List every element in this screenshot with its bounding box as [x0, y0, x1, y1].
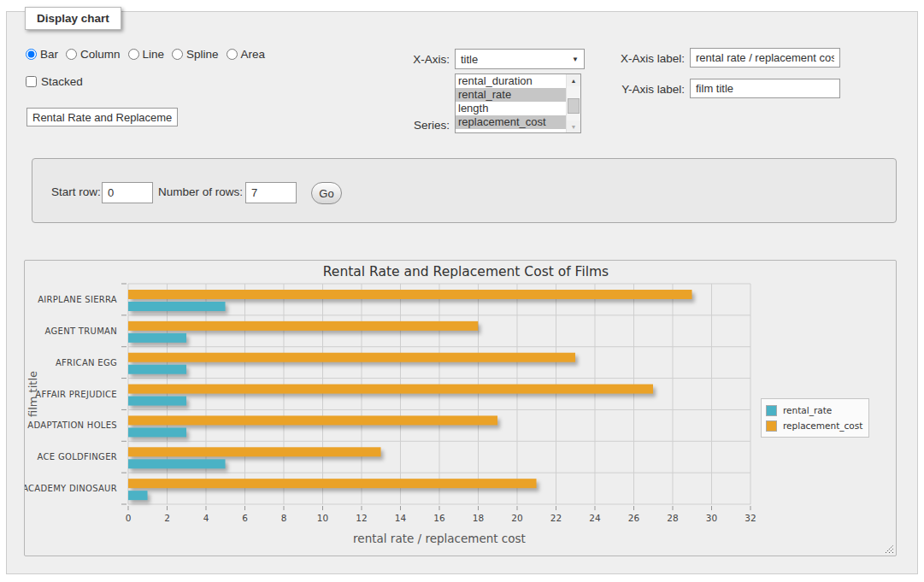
chart-type-label: Bar: [40, 48, 58, 61]
series-options: rental_durationrental_ratelengthreplacem…: [456, 74, 566, 132]
chart-category-label: AFFAIR PREJUDICE: [35, 390, 117, 399]
chart-type-radio-column[interactable]: [66, 49, 77, 60]
x-axis-select-value: title: [461, 53, 478, 66]
chart-category-label: ADAPTATION HOLES: [27, 420, 117, 430]
chart-category-label: ACE GOLDFINGER: [38, 452, 117, 461]
x-tick-label: 30: [706, 513, 717, 523]
series-listbox[interactable]: rental_durationrental_ratelengthreplacem…: [455, 73, 581, 133]
chart-legend: rental_ratereplacement_cost: [761, 398, 869, 438]
legend-item-rental_rate: rental_rate: [766, 403, 862, 418]
stacked-label: Stacked: [41, 75, 83, 88]
x-tick-label: 18: [473, 513, 484, 523]
chart-bar-rental_rate: [128, 302, 226, 311]
stacked-option[interactable]: Stacked: [26, 75, 83, 88]
listbox-option-replacement_cost[interactable]: replacement_cost: [456, 115, 566, 129]
chart-bar-replacement_cost: [128, 385, 653, 394]
x-tick-label: 28: [667, 513, 678, 523]
start-row-input[interactable]: [102, 182, 153, 203]
chart-type-radio-spline[interactable]: [172, 49, 183, 60]
legend-label: replacement_cost: [783, 420, 862, 431]
x-tick-label: 10: [317, 513, 328, 523]
legend-swatch-rental_rate: [766, 405, 777, 416]
chart-type-label: Spline: [186, 48, 219, 61]
series-field-label: Series:: [330, 119, 450, 132]
chart-type-option-spline[interactable]: Spline: [172, 48, 219, 61]
chart-type-radio-bar[interactable]: [26, 49, 37, 60]
x-tick-label: 2: [164, 513, 170, 523]
x-tick-label: 12: [356, 513, 367, 523]
chart-type-option-line[interactable]: Line: [128, 48, 165, 61]
chart-bar-rental_rate: [128, 491, 148, 500]
legend-label: rental_rate: [783, 405, 832, 415]
chart-type-option-column[interactable]: Column: [66, 48, 121, 61]
stacked-checkbox[interactable]: [26, 76, 37, 87]
chart-title-input[interactable]: [26, 108, 178, 126]
chart-bar-replacement_cost: [128, 479, 537, 488]
x-tick-label: 0: [126, 513, 132, 523]
chart-y-axis-label: film title: [26, 371, 39, 417]
x-tick-label: 24: [589, 513, 601, 523]
legend-swatch-replacement_cost: [766, 420, 777, 432]
chart-bar-rental_rate: [128, 397, 186, 406]
x-axis-field-label: X-Axis:: [330, 53, 450, 66]
y-axis-label-input[interactable]: [690, 79, 840, 98]
go-button[interactable]: Go: [311, 182, 342, 204]
chart-bar-replacement_cost: [128, 353, 575, 362]
chart-bar-replacement_cost: [128, 415, 497, 425]
x-axis-label-input[interactable]: [690, 48, 840, 68]
x-tick-label: 4: [203, 513, 209, 523]
chart-category-label: AFRICAN EGG: [56, 358, 117, 367]
start-row-label: Start row:: [51, 185, 101, 198]
x-tick-label: 8: [281, 513, 287, 523]
x-axis-label-field-label: X-Axis label:: [565, 52, 685, 65]
x-tick-label: 20: [511, 513, 522, 523]
chart-bar-replacement_cost: [128, 290, 692, 299]
num-rows-input[interactable]: [245, 182, 297, 203]
x-tick-label: 16: [433, 513, 445, 523]
y-axis-label-field-label: Y-Axis label:: [565, 83, 685, 96]
chart-category-label: AGENT TRUMAN: [45, 326, 117, 336]
chart-type-radio-group: BarColumnLineSplineArea: [26, 48, 273, 61]
x-tick-label: 26: [628, 513, 640, 523]
row-controls-panel: Start row: Number of rows: Go: [32, 158, 897, 223]
chart-panel: 02468101214161820222426283032AIRPLANE SI…: [24, 260, 897, 556]
resize-grip-icon[interactable]: [882, 542, 894, 554]
chart-bar-rental_rate: [128, 459, 226, 468]
listbox-option-rental_duration[interactable]: rental_duration: [456, 74, 566, 88]
chart-bar-replacement_cost: [128, 321, 478, 331]
chart-bar-rental_rate: [128, 427, 186, 437]
chart-type-option-area[interactable]: Area: [227, 48, 266, 61]
chart-bar-rental_rate: [128, 365, 186, 374]
legend-item-replacement_cost: replacement_cost: [766, 418, 862, 433]
chart-type-radio-area[interactable]: [227, 49, 238, 60]
chart-title: Rental Rate and Replacement Cost of Film…: [323, 264, 609, 279]
chart-bar-replacement_cost: [128, 447, 381, 456]
fieldset-legend: Display chart: [25, 7, 121, 30]
chart-type-option-bar[interactable]: Bar: [26, 48, 58, 61]
chart-type-radio-line[interactable]: [128, 49, 139, 60]
x-tick-label: 14: [395, 513, 407, 523]
x-tick-label: 6: [242, 513, 248, 523]
listbox-option-length[interactable]: length: [456, 102, 566, 115]
num-rows-label: Number of rows:: [158, 185, 243, 198]
chart-category-label: AIRPLANE SIERRA: [38, 295, 117, 304]
chart-bar-rental_rate: [128, 333, 186, 343]
page: Display chart BarColumnLineSplineArea St…: [0, 0, 924, 582]
chart-x-axis-label: rental rate / replacement cost: [353, 532, 526, 545]
chart-type-label: Column: [80, 48, 121, 61]
scrollbar-thumb[interactable]: [568, 98, 580, 114]
display-chart-fieldset: Display chart BarColumnLineSplineArea St…: [6, 11, 918, 574]
chart-type-label: Line: [143, 48, 165, 61]
x-tick-label: 32: [744, 513, 756, 523]
chart-category-label: ACADEMY DINOSAUR: [25, 484, 117, 493]
scroll-down-icon[interactable]: ▼: [567, 121, 580, 132]
chart-type-label: Area: [241, 48, 266, 61]
x-tick-label: 22: [550, 513, 562, 523]
listbox-option-rental_rate[interactable]: rental_rate: [456, 88, 566, 102]
